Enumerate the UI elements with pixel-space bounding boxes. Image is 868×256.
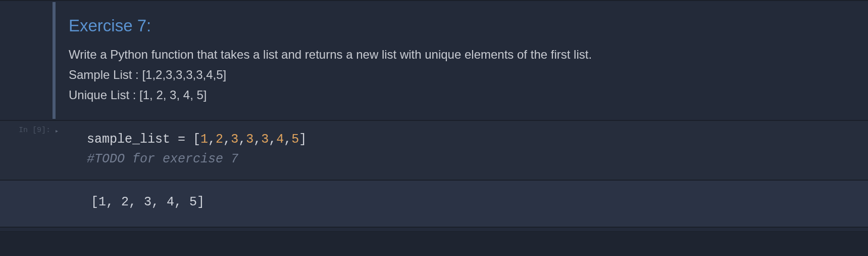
code-prompt: In [9]:: [0, 121, 56, 180]
code-number: 3: [246, 132, 253, 147]
code-variable: sample_list: [87, 132, 170, 147]
exercise-heading: Exercise 7:: [69, 12, 857, 39]
code-number: 4: [276, 132, 284, 147]
markdown-content[interactable]: Exercise 7: Write a Python function that…: [56, 2, 868, 119]
collapse-icon[interactable]: ▸: [56, 128, 63, 134]
output-cell: [1, 2, 3, 4, 5]: [0, 180, 868, 228]
markdown-prompt: [0, 2, 56, 119]
code-bracket: ]: [299, 132, 307, 147]
code-number: 3: [231, 132, 238, 147]
code-cell: In [9]: ▸ sample_list = [1,2,3,3,3,4,5] …: [0, 121, 868, 180]
code-comment: #TODO for exercise 7: [87, 152, 238, 166]
code-number: 3: [261, 132, 269, 147]
next-cell-stub: [0, 228, 868, 232]
code-editor[interactable]: sample_list = [1,2,3,3,3,4,5] #TODO for …: [67, 121, 868, 180]
markdown-line: Write a Python function that takes a lis…: [69, 45, 857, 65]
code-bracket: [: [193, 132, 200, 147]
code-number: 2: [216, 132, 223, 147]
markdown-cell: Exercise 7: Write a Python function that…: [0, 0, 868, 121]
code-number: 1: [200, 132, 208, 147]
code-operator: =: [170, 132, 193, 147]
output-prompt: [0, 181, 56, 227]
output-text: [1, 2, 3, 4, 5]: [56, 181, 868, 227]
code-number: 5: [291, 132, 299, 147]
markdown-line: Sample List : [1,2,3,3,3,3,4,5]: [69, 65, 857, 85]
markdown-line: Unique List : [1, 2, 3, 4, 5]: [69, 85, 857, 105]
